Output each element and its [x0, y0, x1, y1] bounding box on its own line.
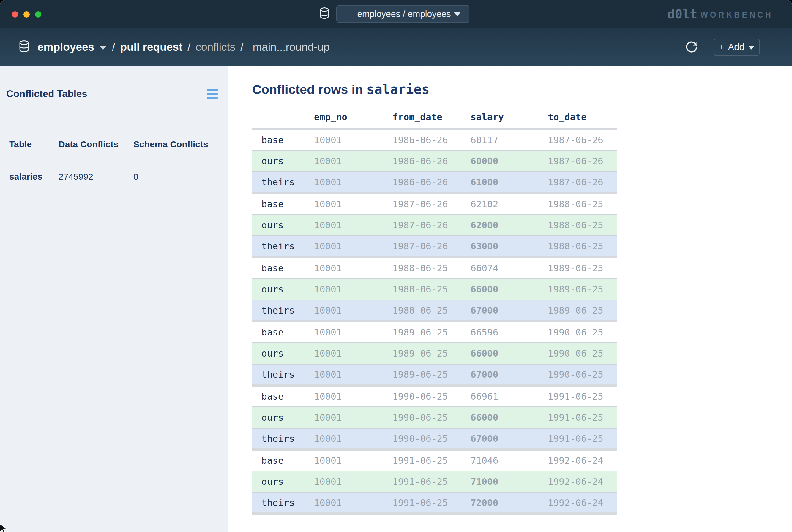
plus-icon: + [719, 42, 724, 53]
cell-emp_no: 10001 [314, 193, 392, 214]
cell-to_date: 1990-06-25 [548, 343, 617, 364]
breadcrumb-pull-request[interactable]: pull request [120, 41, 183, 54]
breadcrumb-database[interactable]: employees [37, 41, 94, 54]
cell-emp_no: 10001 [314, 385, 392, 407]
cell-emp_no: 10001 [314, 364, 392, 385]
row-version-label: ours [252, 407, 314, 428]
row-version-label: theirs [252, 428, 314, 450]
cell-from_date: 1986-06-26 [392, 129, 471, 150]
cell-from_date: 1988-06-25 [392, 257, 471, 279]
conflict-row-base: base100011987-06-26621021988-06-25 [252, 193, 617, 214]
cell-salary: 67000 [471, 300, 548, 321]
conflicted-table-row-salaries[interactable]: salaries 2745992 0 [0, 172, 228, 182]
logo-workbench-text: WORKBENCH [700, 8, 773, 20]
cell-from_date: 1986-06-26 [392, 172, 471, 193]
cell-from_date: 1990-06-25 [392, 407, 471, 428]
database-icon-breadcrumb [18, 40, 30, 54]
refresh-button[interactable] [685, 41, 698, 54]
cell-salary: 67000 [471, 428, 548, 450]
menu-icon[interactable] [207, 89, 218, 98]
sidebar-title: Conflicted Tables [6, 88, 87, 99]
row-version-label: ours [252, 150, 314, 172]
app-window: employees / employees d0lt WORKBENCH emp… [0, 0, 792, 532]
logo-dolt-text: d0lt [667, 7, 697, 21]
cell-from_date: 1988-06-25 [392, 300, 471, 321]
cell-emp_no: 10001 [314, 129, 392, 150]
breadcrumb-branch-range: main...round-up [253, 41, 329, 54]
row-version-label: base [252, 450, 314, 471]
cell-from_date: 1989-06-25 [392, 321, 471, 343]
cell-salary: 71046 [471, 450, 548, 471]
cell-from_date: 1986-06-26 [392, 150, 471, 172]
table-name[interactable]: salaries [9, 172, 58, 182]
cell-salary: 67000 [471, 364, 548, 385]
column-header-table: Table [9, 139, 58, 149]
minimize-window-button[interactable] [23, 11, 30, 18]
cell-from_date: 1987-06-26 [392, 193, 471, 214]
conflict-row-base: base100011986-06-26601171987-06-26 [252, 129, 617, 150]
cell-from_date: 1987-06-26 [392, 214, 471, 236]
row-version-label: base [252, 321, 314, 343]
cell-to_date: 1990-06-25 [548, 321, 617, 343]
cell-salary: 71000 [471, 471, 548, 492]
cell-salary: 66074 [471, 257, 548, 279]
cell-emp_no: 10001 [314, 407, 392, 428]
cell-salary: 60000 [471, 150, 548, 172]
cell-to_date: 1990-06-25 [548, 364, 617, 385]
cell-salary: 66000 [471, 343, 548, 364]
titlebar: employees / employees d0lt WORKBENCH [0, 0, 792, 28]
cell-to_date: 1989-06-25 [548, 279, 617, 300]
cell-to_date: 1988-06-25 [548, 193, 617, 214]
content-area: Conflicted Tables Table Data Conflicts S… [0, 66, 792, 532]
page-title-table-name: salaries [367, 82, 429, 97]
column-header-version [252, 106, 314, 129]
cell-emp_no: 10001 [314, 343, 392, 364]
row-version-label: base [252, 129, 314, 150]
cell-from_date: 1990-06-25 [392, 385, 471, 407]
cell-emp_no: 10001 [314, 257, 392, 279]
conflict-row-ours: ours100011990-06-25660001991-06-25 [252, 407, 617, 428]
row-version-label: base [252, 385, 314, 407]
conflict-table-header-row: emp_no from_date salary to_date [252, 106, 617, 129]
cell-salary: 62102 [471, 193, 548, 214]
database-icon [319, 7, 330, 20]
window-controls [12, 11, 41, 18]
chevron-down-icon[interactable] [100, 46, 106, 50]
row-version-label: theirs [252, 364, 314, 385]
column-header-data-conflicts: Data Conflicts [58, 139, 133, 149]
conflict-row-base: base100011991-06-25710461992-06-24 [252, 450, 617, 471]
conflict-row-theirs: theirs100011990-06-25670001991-06-25 [252, 428, 617, 450]
cell-from_date: 1991-06-25 [392, 450, 471, 471]
main-panel: Conflicted rows in salaries emp_no from_… [228, 66, 792, 532]
breadcrumb-bar: employees / pull request / conflicts / m… [0, 28, 792, 66]
data-conflicts-count: 2745992 [58, 172, 133, 182]
cell-salary: 66961 [471, 385, 548, 407]
cell-to_date: 1987-06-26 [548, 172, 617, 193]
conflicted-tables-sidebar: Conflicted Tables Table Data Conflicts S… [0, 66, 228, 532]
breadcrumb-conflicts[interactable]: conflicts [196, 41, 236, 54]
conflict-row-theirs: theirs100011989-06-25670001990-06-25 [252, 364, 617, 385]
conflict-row-ours: ours100011987-06-26620001988-06-25 [252, 214, 617, 236]
conflict-table-body: base100011986-06-26601171987-06-26ours10… [252, 129, 617, 514]
cell-to_date: 1987-06-26 [548, 150, 617, 172]
chevron-down-icon [453, 12, 461, 16]
chevron-down-icon [748, 46, 755, 50]
cell-from_date: 1990-06-25 [392, 428, 471, 450]
cell-emp_no: 10001 [314, 172, 392, 193]
page-title-prefix: Conflicted rows in [252, 82, 363, 96]
cell-salary: 66000 [471, 407, 548, 428]
row-version-label: theirs [252, 172, 314, 193]
row-version-label: theirs [252, 236, 314, 257]
cell-from_date: 1988-06-25 [392, 279, 471, 300]
conflict-row-theirs: theirs100011988-06-25670001989-06-25 [252, 300, 617, 321]
add-button[interactable]: + Add [714, 39, 760, 56]
zoom-window-button[interactable] [35, 11, 41, 18]
cell-to_date: 1991-06-25 [548, 428, 617, 450]
close-window-button[interactable] [12, 11, 18, 18]
row-version-label: base [252, 257, 314, 279]
row-version-label: theirs [252, 300, 314, 321]
row-version-label: ours [252, 471, 314, 492]
conflict-row-base: base100011988-06-25660741989-06-25 [252, 257, 617, 279]
database-selector-dropdown[interactable]: employees / employees [336, 5, 469, 23]
conflict-row-theirs: theirs100011986-06-26610001987-06-26 [252, 172, 617, 193]
